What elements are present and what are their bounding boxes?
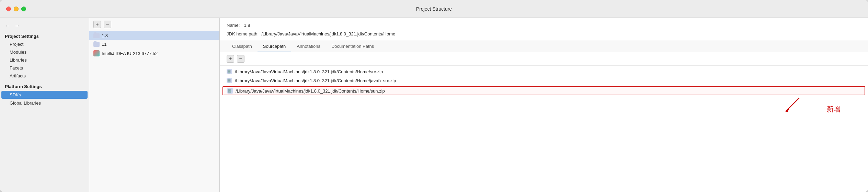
svg-line-9 (786, 98, 799, 111)
path-value: /Library/Java/JavaVirtualMachines/jdk1.8… (236, 88, 385, 94)
path-list: /Library/Java/JavaVirtualMachines/jdk1.8… (220, 66, 868, 192)
add-path-button[interactable]: + (227, 55, 234, 63)
tab-documentation-paths[interactable]: Documentation Paths (326, 41, 379, 52)
content-toolbar: + − (220, 52, 868, 66)
name-label: Name: (227, 23, 240, 28)
middle-toolbar: + − (89, 18, 219, 31)
sdk-item-label: IntelliJ IDEA IU-213.6777.52 (102, 51, 158, 56)
back-arrow[interactable]: ← (5, 23, 10, 29)
project-settings-header: Project Settings (0, 32, 89, 40)
sdk-item-label: 1.8 (102, 33, 108, 38)
annotation-area: /Library/Java/JavaVirtualMachines/jdk1.8… (220, 85, 868, 117)
sidebar-nav: ← → Project Settings Project Modules Lib… (0, 18, 89, 108)
sdk-tree-list: 1.8 11 IntelliJ IDEA IU-213.6777.52 (89, 31, 219, 192)
remove-path-button[interactable]: − (237, 55, 244, 63)
file-icon (227, 88, 233, 94)
tabs-bar: Classpath Sourcepath Annotations Documen… (220, 41, 868, 52)
titlebar: Project Structure (0, 0, 868, 18)
name-value: 1.8 (244, 23, 250, 28)
nav-arrows: ← → (0, 21, 89, 32)
window-title: Project Structure (416, 6, 452, 12)
project-structure-window: Project Structure ← → Project Settings P… (0, 0, 868, 192)
tab-annotations[interactable]: Annotations (291, 41, 326, 52)
forward-arrow[interactable]: → (14, 23, 20, 29)
sdk-name-row: Name: 1.8 (227, 23, 861, 28)
sdk-item-intellij[interactable]: IntelliJ IDEA IU-213.6777.52 (89, 49, 219, 58)
sdk-item-label: 11 (102, 42, 106, 47)
middle-panel: + − 1.8 11 IntelliJ IDEA IU-213.6777.52 (89, 18, 220, 192)
maximize-button[interactable] (21, 7, 26, 11)
arrow-svg (779, 94, 806, 115)
sidebar-item-libraries[interactable]: Libraries (0, 56, 89, 64)
annotation-label: 新增 (827, 105, 841, 114)
content-area: + − /Library/Java/JavaVirtualMachines/jd… (220, 52, 868, 192)
platform-settings-header: Platform Settings (0, 83, 89, 90)
sidebar-item-sdks[interactable]: SDKs (1, 91, 88, 99)
sdk-header: Name: 1.8 JDK home path: /Library/Java/J… (220, 18, 868, 41)
jdk-path-label: JDK home path: (227, 31, 259, 36)
jdk-path-row: JDK home path: /Library/Java/JavaVirtual… (227, 31, 861, 36)
minimize-button[interactable] (14, 7, 19, 11)
path-item-selected[interactable]: /Library/Java/JavaVirtualMachines/jdk1.8… (222, 86, 865, 95)
jdk-path-value: /Library/Java/JavaVirtualMachines/jdk1.8… (261, 31, 395, 36)
path-item[interactable]: /Library/Java/JavaVirtualMachines/jdk1.8… (220, 76, 868, 85)
folder-icon (93, 42, 100, 47)
sidebar-item-modules[interactable]: Modules (0, 48, 89, 56)
remove-sdk-button[interactable]: − (104, 21, 111, 28)
close-button[interactable] (6, 7, 11, 11)
sidebar-item-project[interactable]: Project (0, 40, 89, 48)
tab-classpath[interactable]: Classpath (227, 41, 258, 52)
right-panel: Name: 1.8 JDK home path: /Library/Java/J… (220, 18, 868, 192)
traffic-lights (6, 7, 26, 11)
sidebar-item-facets[interactable]: Facets (0, 64, 89, 72)
sidebar: ← → Project Settings Project Modules Lib… (0, 18, 89, 192)
sdk-item-11[interactable]: 11 (89, 40, 219, 49)
file-icon (227, 78, 232, 83)
tab-sourcepath[interactable]: Sourcepath (258, 41, 292, 52)
main-layout: ← → Project Settings Project Modules Lib… (0, 18, 868, 192)
path-item[interactable]: /Library/Java/JavaVirtualMachines/jdk1.8… (220, 67, 868, 76)
folder-icon (93, 33, 100, 38)
sidebar-item-artifacts[interactable]: Artifacts (0, 72, 89, 80)
annotation-container: 新增 (220, 96, 868, 117)
path-value: /Library/Java/JavaVirtualMachines/jdk1.8… (235, 69, 383, 74)
path-value: /Library/Java/JavaVirtualMachines/jdk1.8… (235, 78, 396, 83)
idea-icon (93, 50, 100, 56)
add-sdk-button[interactable]: + (93, 21, 101, 28)
file-icon (227, 69, 232, 74)
sidebar-item-global-libraries[interactable]: Global Libraries (0, 99, 89, 107)
sdk-item-1-8[interactable]: 1.8 (89, 31, 219, 40)
